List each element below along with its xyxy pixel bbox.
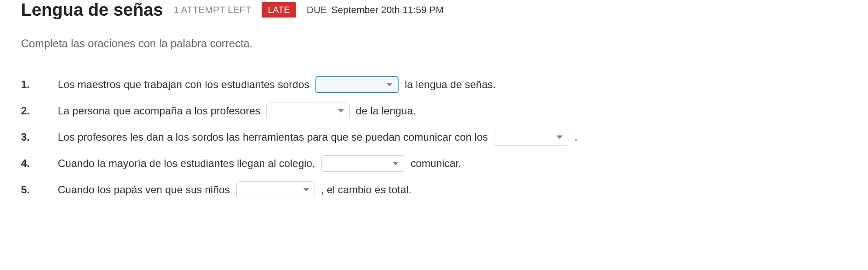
question-text-before: Cuando los papás ven que sus niños — [58, 184, 230, 196]
question-text-after: comunicar. — [410, 157, 461, 170]
answer-dropdown[interactable] — [315, 76, 399, 93]
question-text: Cuando la mayoría de los estudiantes lle… — [58, 155, 461, 172]
question-number: 3. — [21, 131, 58, 143]
due-value: September 20th 11:59 PM — [331, 4, 444, 16]
question-text-before: La persona que acompaña a los profesores — [58, 105, 260, 117]
answer-dropdown[interactable] — [236, 181, 315, 198]
answer-dropdown[interactable] — [266, 103, 350, 119]
question-number: 4. — [21, 157, 58, 170]
chevron-down-icon — [386, 83, 392, 86]
late-badge: LATE — [262, 2, 296, 18]
question-text: Los maestros que trabajan con los estudi… — [58, 76, 496, 93]
question-text: La persona que acompaña a los profesores… — [58, 103, 416, 119]
question-text-before: Los profesores les dan a los sordos las … — [58, 131, 488, 143]
question-text-before: Cuando la mayoría de los estudiantes lle… — [58, 157, 315, 170]
due-info: DUE September 20th 11:59 PM — [307, 4, 444, 16]
question-text: Cuando los papás ven que sus niños , el … — [58, 181, 411, 198]
question-row: 3. Los profesores les dan a los sordos l… — [21, 129, 847, 146]
assignment-title: Lengua de señas — [21, 0, 163, 20]
question-text-after: . — [574, 131, 578, 143]
question-text-after: , el cambio es total. — [321, 184, 412, 196]
question-row: 5. Cuando los papás ven que sus niños , … — [21, 181, 847, 198]
question-text-after: la lengua de señas. — [405, 78, 496, 91]
question-number: 5. — [21, 184, 58, 196]
answer-dropdown[interactable] — [321, 155, 404, 172]
question-text-before: Los maestros que trabajan con los estudi… — [58, 78, 309, 91]
question-number: 1. — [21, 78, 58, 91]
due-label: DUE — [307, 4, 327, 16]
question-row: 1. Los maestros que trabajan con los est… — [21, 76, 847, 93]
chevron-down-icon — [338, 109, 344, 113]
assignment-header: Lengua de señas 1 ATTEMPT LEFT LATE DUE … — [21, 0, 847, 20]
question-number: 2. — [21, 105, 58, 117]
instructions-text: Completa las oraciones con la palabra co… — [21, 37, 847, 50]
question-text-after: de la lengua. — [356, 105, 416, 117]
question-row: 4. Cuando la mayoría de los estudiantes … — [21, 155, 847, 172]
chevron-down-icon — [392, 162, 399, 165]
question-text: Los profesores les dan a los sordos las … — [58, 129, 578, 146]
answer-dropdown[interactable] — [494, 129, 568, 146]
question-row: 2. La persona que acompaña a los profeso… — [21, 103, 847, 119]
chevron-down-icon — [303, 188, 309, 192]
attempts-left: 1 ATTEMPT LEFT — [174, 4, 252, 16]
chevron-down-icon — [556, 135, 563, 139]
questions-list: 1. Los maestros que trabajan con los est… — [21, 76, 847, 198]
